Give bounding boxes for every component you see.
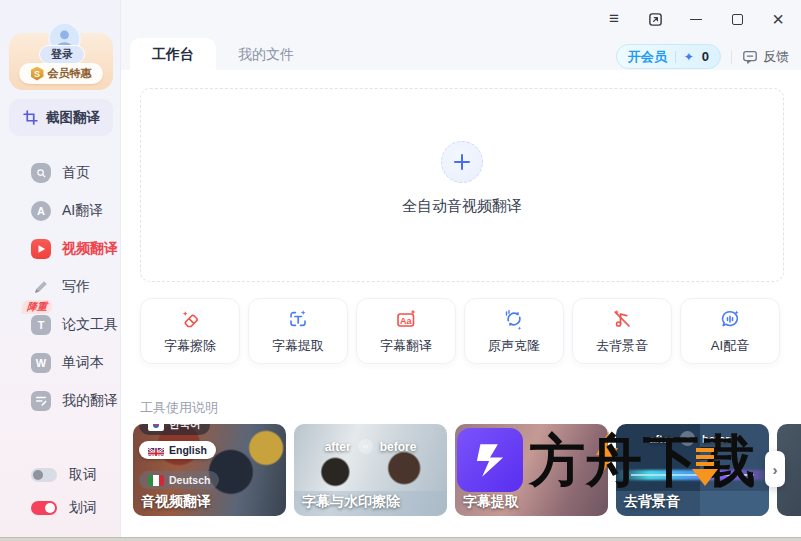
sidebar-toggles: 取词 划词: [0, 465, 121, 531]
login-button[interactable]: 登录: [39, 45, 85, 64]
sidebar: 登录 S 会员特惠 截图翻译 首页 A AI翻译: [0, 0, 121, 537]
screenshot-translate-button[interactable]: 截图翻译: [9, 99, 113, 136]
pen-icon: [31, 277, 51, 297]
membership-button[interactable]: 开会员 ✦ 0: [616, 44, 721, 69]
menu-icon[interactable]: ≡: [605, 9, 623, 29]
member-offer-button[interactable]: S 会员特惠: [19, 63, 103, 84]
svg-text:Aa: Aa: [400, 316, 412, 326]
upload-drop-area[interactable]: 全自动音视频翻译: [140, 88, 784, 282]
lang-pill-korean: 한국어: [139, 424, 210, 435]
sidebar-item-ai-translate[interactable]: A AI翻译: [0, 192, 121, 230]
carousel-next-button[interactable]: ›: [765, 451, 785, 487]
sidebar-item-label: 我的翻译: [62, 392, 118, 410]
add-file-button[interactable]: [441, 141, 483, 183]
tab-workspace[interactable]: 工作台: [130, 38, 216, 70]
upload-label: 全自动音视频翻译: [141, 197, 783, 216]
tool-label: 字幕提取: [272, 337, 324, 355]
guide-card-watermark-erase[interactable]: after ‹› before 字幕与水印擦除: [294, 424, 447, 516]
window-bottom-edge: [0, 537, 801, 541]
toggle-label: 划词: [69, 499, 97, 517]
sidebar-item-home[interactable]: 首页: [0, 154, 121, 192]
feedback-button[interactable]: 反馈: [742, 48, 789, 66]
tool-ai-dubbing[interactable]: AI配音: [680, 298, 780, 364]
plus-icon: [454, 154, 470, 170]
after-label: after: [649, 433, 673, 445]
maximize-icon[interactable]: [728, 9, 746, 29]
eraser-icon: [178, 307, 202, 331]
window-controls: ≡ ×: [605, 9, 787, 29]
t-square-icon: T: [31, 315, 51, 335]
play-icon: [31, 239, 51, 259]
search-icon: [31, 163, 51, 183]
sidebar-item-writing[interactable]: 写作: [0, 268, 121, 306]
discount-badge: 降重: [21, 300, 52, 314]
flag-korea-icon: [148, 424, 164, 431]
clone-refresh-icon: [502, 307, 526, 331]
minimize-icon[interactable]: [687, 9, 705, 29]
sidebar-item-wordbook[interactable]: W 单词本: [0, 344, 121, 382]
main-content: 全自动音视频翻译 字幕擦除 字幕提取 Aa 字幕翻译: [121, 70, 801, 537]
sidebar-item-label: AI翻译: [62, 202, 103, 220]
sidebar-item-label: 视频翻译: [62, 240, 118, 258]
before-label: before: [380, 440, 417, 454]
flag-uk-icon: [148, 445, 164, 456]
vip-badge-icon: S: [31, 67, 44, 81]
tab-my-files[interactable]: 我的文件: [216, 38, 316, 70]
toggle-switch-off-icon[interactable]: [31, 468, 57, 482]
points-count: 0: [702, 49, 709, 64]
guide-card-av-translate[interactable]: 한국어 English Deutsch 音视频翻译: [133, 424, 286, 516]
toggle-highlight-word[interactable]: 划词: [0, 498, 121, 518]
header-actions: 开会员 ✦ 0 反馈: [616, 44, 789, 69]
tool-subtitle-translate[interactable]: Aa 字幕翻译: [356, 298, 456, 364]
extract-text-icon: [286, 307, 310, 331]
resize-icon[interactable]: [646, 9, 664, 29]
tool-subtitle-extract[interactable]: 字幕提取: [248, 298, 348, 364]
guide-card-label: 去背景音: [624, 493, 680, 511]
a-circle-icon: A: [31, 201, 51, 221]
lang-label: Deutsch: [169, 474, 210, 486]
sidebar-item-paper-tools[interactable]: 降重 T 论文工具: [0, 306, 121, 344]
sidebar-item-label: 写作: [62, 278, 90, 296]
feedback-bubble-icon: [742, 49, 758, 65]
tool-label: 字幕擦除: [164, 337, 216, 355]
crop-icon: [22, 109, 39, 126]
sparkle-icon: ✦: [684, 50, 694, 64]
pill-divider: [675, 51, 676, 63]
waveform-core: [631, 474, 753, 476]
guide-card-label: 字幕与水印擦除: [302, 493, 400, 511]
sidebar-item-label: 首页: [62, 164, 90, 182]
tool-label: 原声克隆: [488, 337, 540, 355]
before-after-row: after ‹› before: [616, 431, 769, 446]
lang-pill-english: English: [139, 441, 216, 459]
guide-card-label: 字幕提取: [463, 493, 519, 511]
guide-card-remove-bgm[interactable]: after ‹› before 去背景音: [616, 424, 769, 516]
before-label: before: [702, 433, 736, 445]
tool-voice-clone[interactable]: 原声克隆: [464, 298, 564, 364]
tool-label: 字幕翻译: [380, 337, 432, 355]
guide-section-title: 工具使用说明: [140, 399, 218, 417]
toggle-pick-word[interactable]: 取词: [0, 465, 121, 485]
guide-card-subtitle-extract[interactable]: 字幕提取: [455, 424, 608, 516]
tool-subtitle-erase[interactable]: 字幕擦除: [140, 298, 240, 364]
sidebar-item-label: 单词本: [62, 354, 104, 372]
sidebar-item-video-translate[interactable]: 视频翻译: [0, 230, 121, 268]
tab-bar: 工作台 我的文件: [130, 38, 316, 70]
app-logo-icon: [457, 428, 523, 492]
member-offer-label: 会员特惠: [48, 66, 92, 81]
book-icon: W: [31, 353, 51, 373]
document-icon: [31, 391, 51, 411]
mute-note-icon: [610, 307, 634, 331]
toggle-switch-on-icon[interactable]: [31, 501, 57, 515]
sidebar-item-label: 论文工具: [62, 316, 118, 334]
flag-tricolor-icon: [148, 475, 164, 486]
sidebar-item-my-translations[interactable]: 我的翻译: [0, 382, 121, 420]
before-after-row: after ‹› before: [294, 439, 447, 454]
close-icon[interactable]: ×: [769, 9, 787, 29]
screenshot-translate-label: 截图翻译: [46, 109, 100, 127]
membership-label: 开会员: [628, 48, 667, 66]
tool-remove-bgm[interactable]: 去背景音: [572, 298, 672, 364]
lang-label: English: [169, 444, 207, 456]
compare-icon: ‹›: [358, 439, 373, 454]
toggle-label: 取词: [69, 466, 97, 484]
dubbing-bubble-icon: [718, 307, 742, 331]
